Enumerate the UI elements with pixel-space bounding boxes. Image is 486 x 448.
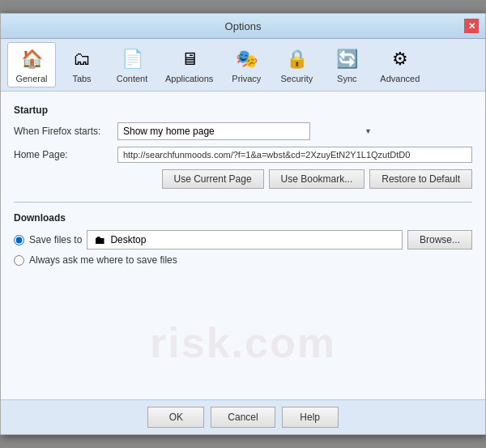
- section-divider: [14, 202, 472, 203]
- startup-section: Startup When Firefox starts: Show my hom…: [14, 105, 472, 189]
- ask-save-row: Always ask me where to save files: [14, 254, 472, 266]
- tab-sync[interactable]: 🔄 Sync: [322, 42, 371, 87]
- tab-advanced[interactable]: ⚙ Advanced: [373, 42, 427, 87]
- ok-button[interactable]: OK: [147, 407, 204, 428]
- tab-security-label: Security: [280, 74, 313, 83]
- content-icon: 📄: [119, 46, 145, 72]
- home-page-label: Home Page:: [14, 149, 111, 160]
- when-starts-row: When Firefox starts: Show my home pageSh…: [14, 122, 472, 140]
- content-area: risk.com Startup When Firefox starts: Sh…: [1, 92, 485, 399]
- home-page-buttons: Use Current Page Use Bookmark... Restore…: [14, 169, 472, 189]
- applications-icon: 🖥: [177, 46, 202, 72]
- sync-icon: 🔄: [334, 46, 360, 72]
- file-input-row: 🖿 Desktop Browse...: [87, 230, 472, 250]
- tab-security[interactable]: 🔒 Security: [272, 42, 321, 87]
- downloads-title: Downloads: [14, 212, 472, 224]
- tab-tabs[interactable]: 🗂 Tabs: [58, 42, 106, 87]
- privacy-icon: 🎭: [233, 46, 259, 72]
- tab-advanced-label: Advanced: [380, 74, 420, 83]
- restore-default-button[interactable]: Restore to Default: [369, 169, 472, 189]
- startup-title: Startup: [14, 105, 472, 116]
- tab-content-label: Content: [117, 74, 148, 83]
- tab-sync-label: Sync: [337, 74, 356, 83]
- use-current-page-button[interactable]: Use Current Page: [162, 169, 264, 189]
- security-icon: 🔒: [284, 46, 309, 72]
- help-button[interactable]: Help: [282, 407, 339, 428]
- tabs-icon: 🗂: [69, 46, 95, 72]
- tab-general-label: General: [15, 74, 47, 83]
- bottom-bar: OK Cancel Help: [1, 399, 485, 434]
- toolbar: 🏠 General 🗂 Tabs 📄 Content 🖥 Application…: [1, 39, 485, 92]
- browse-button[interactable]: Browse...: [407, 230, 472, 250]
- tab-applications[interactable]: 🖥 Applications: [158, 42, 220, 87]
- ask-save-label: Always ask me where to save files: [29, 254, 177, 266]
- when-starts-wrapper: Show my home pageShow a blank pageShow m…: [117, 122, 377, 140]
- watermark: risk.com: [150, 318, 336, 367]
- close-button[interactable]: ✕: [464, 19, 479, 33]
- tab-applications-label: Applications: [165, 74, 213, 83]
- downloads-section: Downloads Save files to 🖿 Desktop Browse…: [14, 212, 472, 266]
- home-page-row: Home Page:: [14, 147, 472, 163]
- save-files-radio[interactable]: [14, 235, 24, 245]
- tab-privacy[interactable]: 🎭 Privacy: [222, 42, 271, 87]
- cancel-button[interactable]: Cancel: [211, 407, 275, 428]
- general-icon: 🏠: [19, 46, 45, 72]
- save-files-row: Save files to 🖿 Desktop Browse...: [14, 230, 472, 250]
- when-starts-select[interactable]: Show my home pageShow a blank pageShow m…: [117, 122, 310, 140]
- use-bookmark-button[interactable]: Use Bookmark...: [269, 169, 365, 189]
- when-starts-label: When Firefox starts:: [14, 126, 111, 137]
- tab-privacy-label: Privacy: [232, 74, 261, 83]
- window-title: Options: [22, 20, 464, 32]
- save-files-label: Save files to: [29, 234, 82, 245]
- advanced-icon: ⚙: [387, 46, 413, 72]
- save-location-text: Desktop: [110, 234, 146, 245]
- tab-general[interactable]: 🏠 General: [7, 42, 56, 87]
- folder-icon: 🖿: [94, 233, 105, 246]
- tab-tabs-label: Tabs: [72, 74, 91, 83]
- options-window: Options ✕ 🏠 General 🗂 Tabs 📄 Content 🖥 A…: [0, 13, 486, 435]
- file-display: 🖿 Desktop: [87, 230, 403, 250]
- ask-save-radio[interactable]: [14, 255, 24, 266]
- title-bar: Options ✕: [1, 14, 485, 39]
- home-page-input[interactable]: [117, 147, 472, 163]
- tab-content[interactable]: 📄 Content: [108, 42, 156, 87]
